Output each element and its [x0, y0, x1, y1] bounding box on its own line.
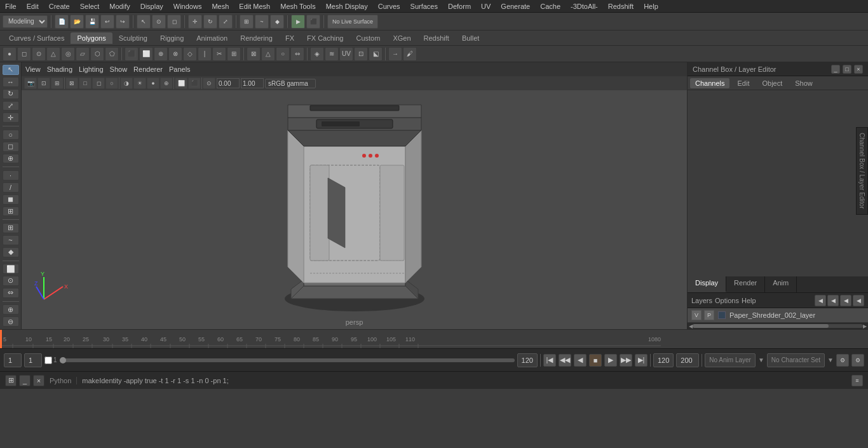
shelf-prism[interactable]: ⬠ [105, 47, 119, 61]
layer-visibility-btn[interactable]: V [691, 310, 702, 320]
layers-scroll-area[interactable]: ◀ ▶ [688, 323, 868, 329]
current-frame-field[interactable]: 1 [4, 353, 22, 367]
snap-curve-left-btn[interactable]: ~ [3, 235, 19, 245]
vp-menu-view[interactable]: View [25, 65, 41, 73]
component-vertex-btn[interactable]: · [3, 170, 19, 180]
shelf-bevel[interactable]: ◇ [183, 47, 197, 61]
gamma-selector[interactable]: sRGB gamma [265, 79, 316, 88]
vp-safe-areas-btn[interactable]: ⬛ [188, 78, 201, 89]
new-file-btn[interactable]: 📄 [55, 15, 69, 29]
disp-tab-render[interactable]: Render [726, 276, 765, 292]
disp-tab-display[interactable]: Display [688, 276, 726, 292]
tab-animation[interactable]: Animation [190, 32, 234, 44]
shelf-separate[interactable]: ⊗ [168, 47, 182, 61]
ch-tab-channels[interactable]: Channels [690, 78, 729, 88]
smart-select-btn[interactable]: ⊕ [3, 154, 19, 164]
vp-shade-btn[interactable]: ◑ [120, 78, 133, 89]
component-uv-btn[interactable]: ⊞ [3, 207, 19, 217]
layer-delete-btn[interactable]: ◀ [853, 295, 864, 306]
ipr-btn[interactable]: ⬛ [306, 15, 320, 29]
shelf-mirror[interactable]: ⇔ [290, 47, 304, 61]
shelf-unfold[interactable]: ⊡ [354, 47, 368, 61]
scale-mode-btn[interactable]: ⤢ [3, 101, 19, 111]
menu-file[interactable]: File [0, 1, 22, 11]
shelf-combine[interactable]: ⊕ [154, 47, 168, 61]
select-tool-btn[interactable]: ↖ [137, 15, 151, 29]
menu-mesh[interactable]: Mesh [207, 1, 234, 11]
layer-add-sel-btn[interactable]: ◀ [827, 295, 839, 306]
vp-shadow-btn[interactable]: ● [147, 78, 159, 89]
anim-layer-dropdown[interactable]: No Anim Layer [705, 353, 756, 367]
snap-grid-btn[interactable]: ⊞ [240, 15, 254, 29]
layers-menu-options[interactable]: Options [715, 297, 739, 304]
vp-texture-btn[interactable]: ⊕ [160, 78, 173, 89]
channel-box-minimize-btn[interactable]: _ [831, 65, 840, 74]
shelf-multi-cut[interactable]: ✂ [212, 47, 226, 61]
layer-row[interactable]: V P Paper_Shredder_002_layer [688, 308, 868, 323]
misc1-btn[interactable]: ⊕ [3, 304, 19, 315]
vp-menu-panels[interactable]: Panels [169, 65, 191, 73]
tab-xgen[interactable]: XGen [386, 32, 417, 44]
shelf-bridge[interactable]: ⬜ [139, 47, 153, 61]
layer-remove-btn[interactable]: ◀ [840, 295, 851, 306]
menu-curves[interactable]: Curves [373, 1, 405, 11]
menu-3dtoall[interactable]: -3DtoAll- [566, 1, 603, 11]
vp-cam-persp-btn[interactable]: ⊙ [203, 78, 215, 89]
shelf-layout[interactable]: ⬕ [369, 47, 383, 61]
soft-select-btn[interactable]: ⊙ [3, 276, 19, 286]
channel-box-maximize-btn[interactable]: □ [843, 65, 851, 74]
vp-menu-lighting[interactable]: Lighting [79, 65, 104, 73]
timeline-slider[interactable] [60, 358, 515, 362]
component-edge-btn[interactable]: / [3, 182, 19, 193]
camera-field1[interactable] [217, 78, 240, 88]
menu-edit[interactable]: Edit [22, 1, 44, 11]
play-range-end[interactable]: 200 [676, 353, 699, 367]
vp-light-btn[interactable]: ☀ [133, 78, 146, 89]
scroll-track[interactable] [693, 324, 863, 328]
vp-resolution-gate-btn[interactable]: ⬜ [175, 78, 187, 89]
shelf-disk[interactable]: ⬡ [90, 47, 104, 61]
vp-frame-sel-btn[interactable]: ⊞ [51, 78, 64, 89]
window-min-btn[interactable]: _ [19, 375, 31, 386]
snap-grid-left-btn[interactable]: ⊞ [3, 223, 19, 233]
lasso-select-btn[interactable]: ○ [3, 130, 19, 140]
command-line[interactable]: makeIdentity -apply true -t 1 -r 1 -s 1 … [82, 377, 846, 384]
play-back-btn[interactable]: ◀ [574, 354, 587, 367]
anim-layer-arrow[interactable]: ▼ [758, 356, 764, 363]
tab-polygons[interactable]: Polygons [71, 32, 112, 44]
shelf-sphere[interactable]: ● [3, 47, 17, 61]
menu-windows[interactable]: Windows [168, 1, 207, 11]
shelf-uv-editor[interactable]: UV [339, 47, 353, 61]
layers-menu-layers[interactable]: Layers [691, 297, 712, 304]
shelf-sculpt[interactable]: 🖌 [403, 47, 417, 61]
menu-uv[interactable]: UV [476, 1, 496, 11]
component-face-btn[interactable]: ◼ [3, 194, 19, 205]
viewport[interactable]: View Shading Lighting Show Renderer Pane… [22, 62, 687, 329]
ch-tab-show[interactable]: Show [790, 78, 818, 88]
tab-custom[interactable]: Custom [350, 32, 387, 44]
channel-box-vert-label[interactable]: Channel Box / Layer Editor [856, 127, 868, 215]
vp-wireframe-btn[interactable]: ◻ [92, 78, 105, 89]
char-set-arrow[interactable]: ▼ [827, 356, 834, 363]
layer-new-btn[interactable]: ◀ [815, 295, 826, 306]
menu-deform[interactable]: Deform [443, 1, 476, 11]
camera-field2[interactable] [241, 78, 264, 88]
undo-btn[interactable]: ↩ [100, 15, 114, 29]
anim-settings-btn[interactable]: ⚙ [836, 354, 849, 367]
vp-select-cam-btn[interactable]: 📷 [24, 78, 37, 89]
shelf-insert-edge[interactable]: | [198, 47, 212, 61]
timeline-bg[interactable]: 5 10 15 20 25 30 35 40 45 50 55 60 65 70… [0, 330, 868, 348]
anim-extra-btn[interactable]: ⚙ [851, 354, 864, 367]
shelf-offset[interactable]: ⊞ [227, 47, 241, 61]
tab-fx-caching[interactable]: FX Caching [301, 32, 349, 44]
tab-sculpting[interactable]: Sculpting [112, 32, 154, 44]
vp-menu-shading[interactable]: Shading [47, 65, 72, 73]
window-close-btn[interactable]: × [33, 375, 44, 386]
play-forward-btn[interactable]: ▶ [604, 354, 617, 367]
menu-help[interactable]: Help [639, 1, 663, 11]
snap-point-btn[interactable]: ◆ [270, 15, 284, 29]
menu-mesh-display[interactable]: Mesh Display [321, 1, 373, 11]
vp-frame-all-btn[interactable]: ⊡ [37, 78, 50, 89]
symmetry-left-btn[interactable]: ⇔ [3, 288, 19, 298]
open-file-btn[interactable]: 📂 [70, 15, 84, 29]
